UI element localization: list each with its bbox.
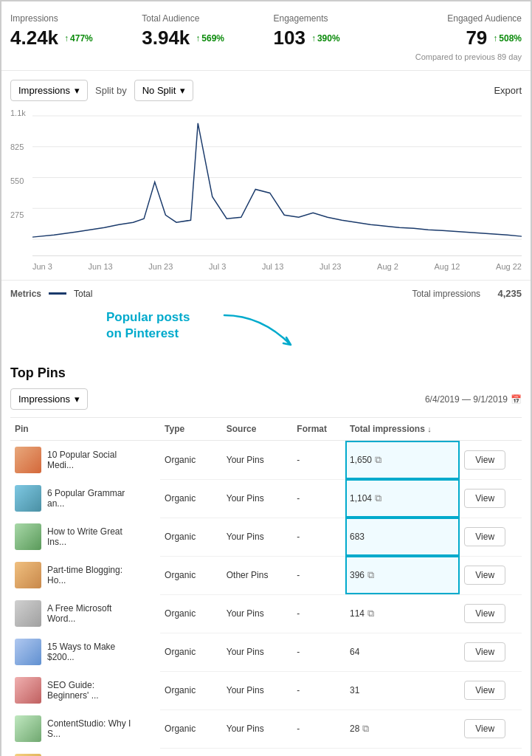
pin-impressions: 1,650 ⧉ [345, 441, 460, 480]
pin-cell: 10 Popular Social Medi... [10, 441, 160, 479]
split-select-button[interactable]: No Split ▾ [134, 80, 194, 101]
col-header-type: Type [160, 418, 222, 441]
pin-view-cell: View [460, 748, 522, 756]
copy-icon[interactable]: ⧉ [372, 454, 381, 465]
chevron-down-icon: ▾ [75, 85, 80, 96]
engaged-audience-label: Engaged Audience [405, 13, 522, 24]
pin-view-cell: View [460, 479, 522, 518]
copy-icon[interactable]: ⧉ [365, 608, 374, 619]
pin-thumbnail [15, 677, 41, 704]
pins-controls: Impressions ▾ 6/4/2019 — 9/1/2019 📅 [10, 388, 522, 410]
pin-title: Part-time Blogging: Ho... [47, 565, 136, 585]
pin-source: Your Pins [222, 671, 293, 709]
total-audience-value: 3.94k ↑ 569% [142, 27, 258, 49]
table-row: 6 Popular Grammar an...OrganicYour Pins-… [10, 479, 522, 518]
total-audience-metric: Total Audience 3.94k ↑ 569% [142, 13, 258, 61]
pin-cell: Part-time Blogging: Ho... [10, 556, 160, 594]
pin-cell: SEO Guide: Beginners' ... [10, 671, 160, 709]
pin-title: SEO Guide: Beginners' ... [47, 680, 136, 701]
pin-view-cell: View [460, 518, 522, 556]
chart-area [32, 109, 522, 256]
pin-impressions: 28 ⧉ [345, 709, 460, 748]
table-row: 10 Popular Social Medi...OrganicYour Pin… [10, 441, 522, 480]
table-row: How to Write Great Ins...OrganicYour Pin… [10, 518, 522, 556]
pin-format: - [292, 479, 345, 518]
pin-cell: ContentStudio: Why I S... [10, 709, 160, 748]
pin-type: Organic [160, 633, 222, 671]
impressions-arrow-icon: ↑ [64, 33, 69, 44]
pin-source: Your Pins [222, 518, 293, 556]
pin-cell: A Free Microsoft Word... [10, 594, 160, 633]
total-impressions-legend-label: Total impressions [412, 289, 480, 299]
view-pin-button[interactable]: View [464, 719, 505, 738]
annotation-text: Popular posts on Pinterest [106, 309, 190, 342]
engaged-audience-value: 79 ↑ 508% [405, 27, 522, 49]
pin-view-cell: View [460, 633, 522, 671]
view-pin-button[interactable]: View [464, 681, 505, 700]
copy-icon[interactable]: ⧉ [365, 569, 374, 580]
col-header-source: Source [222, 418, 293, 441]
view-pin-button[interactable]: View [464, 642, 505, 662]
total-audience-change: ↑ 569% [196, 33, 224, 44]
pin-type: Organic [160, 518, 222, 556]
metric-select-button[interactable]: Impressions ▾ [10, 80, 88, 101]
copy-icon[interactable]: ⧉ [372, 492, 381, 504]
annotation-arrow-svg [217, 308, 328, 363]
y-axis-labels: 1.1k 825 550 275 [10, 109, 29, 256]
pin-thumbnail [15, 485, 41, 512]
view-pin-button[interactable]: View [464, 489, 505, 508]
chevron-down-icon-2: ▾ [180, 85, 185, 96]
pin-type: Organic [160, 441, 222, 480]
pin-impressions: 396 ⧉ [345, 556, 460, 594]
pin-view-cell: View [460, 594, 522, 633]
engagements-arrow-icon: ↑ [311, 33, 316, 44]
pin-format: - [292, 556, 345, 594]
col-header-format: Format [292, 418, 345, 441]
pin-type: Organic [160, 556, 222, 594]
pin-thumbnail [15, 562, 41, 588]
pin-type: Organic [160, 671, 222, 709]
pin-type: Organic [160, 709, 222, 748]
view-pin-button[interactable]: View [464, 566, 505, 585]
table-row: SEO Guide: Beginners' ...OrganicYour Pin… [10, 671, 522, 709]
impressions-change: ↑ 477% [64, 33, 93, 44]
pin-impressions: 1,104 ⧉ [345, 479, 460, 518]
view-pin-button[interactable]: View [464, 604, 505, 623]
engaged-audience-change: ↑ 508% [493, 33, 522, 44]
total-impressions-legend-value: 4,235 [497, 288, 522, 299]
pin-impressions: 64 [345, 633, 460, 671]
pin-format: - [292, 709, 345, 748]
total-legend-label: Total [74, 289, 92, 299]
annotation-section: Popular posts on Pinterest [10, 306, 522, 365]
pin-type: Organic [160, 479, 222, 518]
pin-cell: 15 Ways to Make $200... [10, 633, 160, 671]
pin-thumbnail [15, 523, 41, 550]
copy-icon[interactable]: ⧉ [359, 723, 369, 734]
impressions-value: 4.24k ↑ 477% [10, 27, 127, 49]
table-row: ContentStudio: Why I S...OrganicYour Pin… [10, 709, 522, 748]
view-pin-button[interactable]: View [464, 450, 505, 470]
pin-thumbnail [15, 639, 41, 665]
legend-line-icon [49, 292, 66, 295]
col-header-pin: Pin [10, 418, 160, 441]
split-by-label: Split by [95, 85, 127, 96]
export-button[interactable]: Export [494, 85, 522, 96]
sort-arrow-icon: ↓ [427, 425, 432, 433]
chevron-down-icon-3: ▾ [75, 394, 80, 405]
view-pin-button[interactable]: View [464, 527, 505, 546]
pin-cell: How To Become A Sell... [10, 748, 160, 756]
table-row: Part-time Blogging: Ho...OrganicOther Pi… [10, 556, 522, 594]
pin-title: 10 Popular Social Medi... [47, 450, 136, 470]
table-row: A Free Microsoft Word...OrganicYour Pins… [10, 594, 522, 633]
pin-thumbnail [15, 715, 41, 742]
chart-svg [32, 109, 522, 255]
metrics-legend: Metrics Total Total impressions 4,235 [1, 280, 531, 306]
engagements-value: 103 ↑ 390% [274, 27, 390, 49]
pins-metric-select-button[interactable]: Impressions ▾ [10, 388, 88, 410]
pin-view-cell: View [460, 556, 522, 594]
pin-format: - [292, 441, 345, 480]
pin-cell: 6 Popular Grammar an... [10, 479, 160, 518]
top-pins-title: Top Pins [10, 365, 522, 381]
pin-title: A Free Microsoft Word... [47, 603, 136, 624]
pin-source: Your Pins [222, 479, 293, 518]
